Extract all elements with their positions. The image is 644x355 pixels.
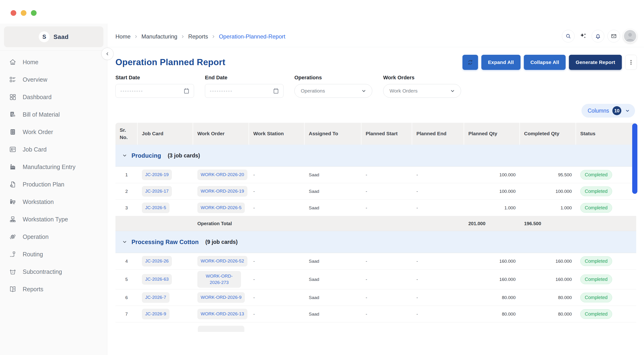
sidebar-collapse-button[interactable] [101,48,114,60]
collapse-all-button[interactable]: Collapse All [524,55,566,70]
cell-planned-qty: 160.000 [464,253,520,269]
cell-assigned-to: Saad [304,270,362,289]
refresh-button[interactable] [462,55,478,70]
group-header-processing-raw-cotton[interactable]: Processing Raw Cotton(9 job cards) [116,231,636,253]
breadcrumb-manufacturing[interactable]: Manufacturing [142,33,177,40]
cell-job-card: JC-2026-17 [138,183,193,200]
kebab-menu-icon [628,59,634,66]
breadcrumb-home[interactable]: Home [116,33,130,40]
sidebar-item-job-card[interactable]: Job Card [0,141,107,158]
calendar-icon[interactable] [272,87,280,94]
job-card-link[interactable]: JC-2026-5 [142,202,170,213]
job-card-link[interactable]: JC-2026-17 [142,186,172,196]
status-badge: Completed [580,256,612,266]
work-order-link[interactable]: WORK-ORD-2026-9 [197,292,245,303]
profile-avatar[interactable] [623,29,637,43]
sidebar-item-subcontracting[interactable]: Subcontracting [0,263,107,280]
cell-status: Completed [576,270,636,289]
partial-table-row [116,322,636,332]
work-order-link[interactable]: WORK-ORD-2026-52 [197,256,248,266]
job-card-link[interactable]: JC-2026-63 [142,274,172,285]
cell-completed-qty: 80.000 [520,306,576,322]
breadcrumb-operation-planned-report[interactable]: Operation-Planned-Report [219,33,286,40]
messages-button[interactable] [608,30,620,42]
sidebar-item-workstation-type[interactable]: Workstation Type [0,210,107,228]
table-row: 4JC-2026-26WORK-ORD-2026-52-Saad--160.00… [116,253,636,270]
breadcrumb-separator-icon [180,34,185,39]
cell-empty [576,216,636,231]
more-options-button[interactable] [625,55,637,70]
sidebar-item-home[interactable]: Home [0,53,107,71]
sparkles-icon [579,32,587,40]
overview-icon [8,75,17,84]
sidebar-item-label: Production Plan [23,181,64,188]
operation-total-row: Operation Total201.000196.500 [116,216,636,231]
calendar-icon[interactable] [183,87,190,94]
cell-job-card: JC-2026-26 [138,253,193,269]
work-order-link[interactable]: WORK-ORD-2026-273 [197,271,241,288]
breadcrumb-separator-icon [134,34,138,39]
cell-work-station: - [249,290,304,306]
job-card-link[interactable]: JC-2026-26 [142,256,172,266]
job-card-link[interactable]: JC-2026-19 [142,170,172,180]
user-initial: S [42,34,46,40]
end-date-placeholder: ---------- [210,88,233,94]
sidebar-item-routing[interactable]: Routing [0,246,107,263]
cell-sr-no: 5 [116,270,138,289]
sidebar-item-manufacturing-entry[interactable]: Manufacturing Entry [0,158,107,176]
column-header-planned-start: Planned Start [362,123,412,145]
generate-report-button[interactable]: Generate Report [569,55,622,70]
sidebar-item-label: Operation [23,234,49,240]
start-date-input[interactable]: ---------- [116,84,194,98]
subcontracting-icon [8,268,17,276]
columns-count-badge: 10 [612,106,621,115]
columns-button[interactable]: Columns 10 [582,104,635,118]
notifications-button[interactable] [592,30,604,42]
cell-work-station: - [249,200,304,216]
maximize-window-button[interactable] [31,10,36,16]
sidebar-item-work-order[interactable]: Work Order [0,123,107,141]
search-button[interactable] [562,30,574,42]
filter-work-orders: Work Orders Work Orders [383,74,461,98]
table-row: 5JC-2026-63WORK-ORD-2026-273-Saad--160.0… [116,270,636,290]
cell-empty [138,216,193,231]
sidebar-item-workstation[interactable]: Workstation [0,193,107,210]
user-card[interactable]: S Saad [4,26,104,47]
sidebar-item-operation[interactable]: Operation [0,228,107,246]
breadcrumb: HomeManufacturingReportsOperation-Planne… [116,33,286,40]
cell-planned-qty: 100.000 [464,183,520,200]
cell-empty [412,216,464,231]
work-orders-select[interactable]: Work Orders [383,84,461,98]
work-order-link[interactable]: WORK-ORD-2026-13 [197,309,248,319]
cell-planned-start: - [362,200,412,216]
chevron-down-icon[interactable] [122,152,128,158]
sidebar-item-production-plan[interactable]: Production Plan [0,176,107,193]
dashboard-icon [8,93,17,101]
table-scrollbar-thumb[interactable] [632,124,638,194]
end-date-input[interactable]: ---------- [205,84,284,98]
group-header-producing[interactable]: Producing(3 job cards) [116,145,636,167]
work-order-link[interactable]: WORK-ORD-2026-20 [197,170,248,180]
chevron-left-icon [104,51,110,57]
chevron-down-icon[interactable] [122,239,128,245]
cell-planned-qty: 1.000 [464,200,520,216]
close-window-button[interactable] [10,10,16,16]
job-card-link[interactable]: JC-2026-7 [142,292,170,303]
cell-planned-end: - [412,270,464,289]
expand-all-button[interactable]: Expand All [481,55,520,70]
end-date-label: End Date [205,74,284,81]
sidebar-item-dashboard[interactable]: Dashboard [0,88,107,106]
breadcrumb-reports[interactable]: Reports [188,33,208,40]
operations-select[interactable]: Operations [294,84,372,98]
ai-assistant-button[interactable] [578,30,588,42]
sidebar-item-overview[interactable]: Overview [0,71,107,88]
job-card-link[interactable]: JC-2026-9 [142,309,170,319]
work-order-link[interactable]: WORK-ORD-2026-19 [197,186,248,196]
sidebar-item-bill-of-material[interactable]: $Bill of Material [0,106,107,123]
cell-assigned-to: Saad [304,306,362,322]
work-order-link[interactable]: WORK-ORD-2026-5 [197,202,245,213]
chevron-down-icon [450,88,456,94]
minimize-window-button[interactable] [21,10,26,16]
total-completed-qty: 196.500 [520,216,576,231]
sidebar-item-reports[interactable]: $Reports [0,280,107,298]
